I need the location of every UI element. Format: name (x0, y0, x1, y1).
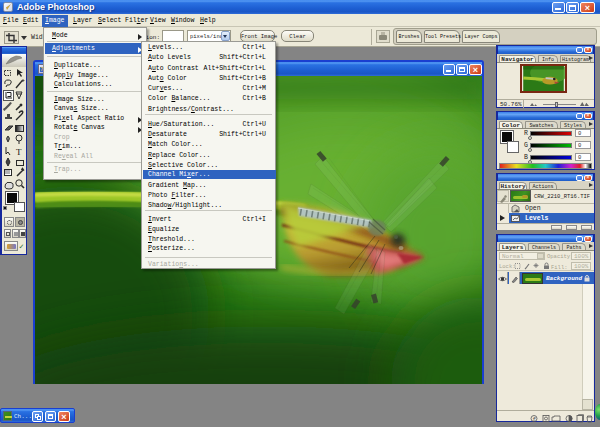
svg-text:T: T (16, 147, 22, 157)
svg-text:f: f (533, 416, 537, 423)
